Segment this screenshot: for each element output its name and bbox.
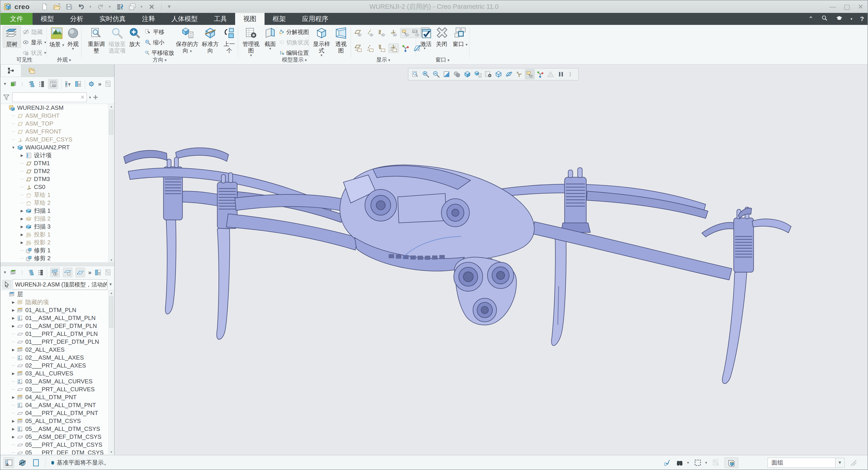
tree-row[interactable]: 修剪 1 bbox=[0, 246, 114, 254]
layer-model-selector[interactable]: WURENJI-2.ASM (顶层模型，活动的) bbox=[13, 280, 107, 289]
tree-row[interactable]: DTM3 bbox=[0, 175, 114, 183]
manage-views-button[interactable]: 管理视图▾ bbox=[240, 26, 262, 57]
tree-caret[interactable] bbox=[10, 419, 16, 423]
hide-button[interactable]: 隐藏 bbox=[23, 27, 46, 37]
tree-caret[interactable] bbox=[10, 427, 16, 431]
active-model-icon[interactable] bbox=[10, 80, 17, 88]
close-window-ribbon-button[interactable]: 关闭 bbox=[435, 26, 448, 47]
tree-caret[interactable] bbox=[19, 217, 25, 221]
learning-dropdown[interactable]: ▾ bbox=[850, 17, 852, 21]
expand-all-icon[interactable] bbox=[28, 269, 34, 276]
tree-columns-toggle[interactable] bbox=[48, 79, 58, 89]
tree-caret[interactable] bbox=[19, 225, 25, 229]
tree-caret[interactable] bbox=[19, 163, 25, 164]
tree-caret[interactable] bbox=[19, 153, 25, 157]
layer-row[interactable]: 01__ASM_DEF_DTM_PLN bbox=[0, 322, 114, 330]
tree-row[interactable]: CS0 bbox=[0, 183, 114, 191]
tree-caret[interactable] bbox=[10, 316, 16, 320]
group-label-model-display[interactable]: 模型显示 bbox=[282, 56, 307, 63]
ribbon-tab[interactable]: 文件 bbox=[0, 13, 33, 25]
layer-row[interactable]: 05__ASM_DEF_DTM_CSYS bbox=[0, 433, 114, 441]
tree-column-settings-icon[interactable] bbox=[74, 80, 82, 88]
standard-orientation-button[interactable]: 标准方向 bbox=[200, 26, 221, 54]
scrollbar-thumb[interactable] bbox=[109, 110, 113, 135]
scroll-up-arrow[interactable]: ▲ bbox=[108, 104, 114, 109]
layer-row[interactable]: 01___PRT_ALL_DTM_PLN bbox=[0, 330, 114, 338]
tree-filter-icon[interactable] bbox=[64, 80, 71, 88]
maximize-button[interactable]: ▢ bbox=[844, 3, 850, 11]
layer-row[interactable]: 02___PRT_ALL_AXES bbox=[0, 362, 114, 370]
previous-view-button[interactable]: 上一个 bbox=[222, 26, 237, 54]
panel-splitter[interactable] bbox=[0, 263, 114, 266]
tree-caret[interactable] bbox=[10, 334, 16, 334]
folder-browser-tab[interactable] bbox=[21, 64, 42, 77]
group-label-window[interactable]: 窗口 bbox=[435, 56, 450, 63]
tree-caret[interactable] bbox=[10, 139, 16, 140]
minimize-ribbon-icon[interactable]: ⌃ bbox=[808, 15, 813, 23]
find-dropdown[interactable]: ▾ bbox=[687, 461, 689, 465]
tree-row[interactable]: 投影 1 bbox=[0, 231, 114, 238]
tree-row[interactable]: ASM_TOP bbox=[0, 120, 114, 128]
tree-row[interactable]: 草绘 2 bbox=[0, 199, 114, 207]
tree-caret[interactable] bbox=[10, 435, 16, 439]
ribbon-tab[interactable]: 框架 bbox=[265, 13, 294, 25]
group-label-appearance[interactable]: 外观 bbox=[57, 56, 71, 63]
tree-caret[interactable] bbox=[10, 131, 16, 132]
search-options-dropdown[interactable]: ▾ bbox=[89, 95, 91, 99]
csys-tag-display-toggle[interactable] bbox=[389, 43, 399, 53]
layer-row[interactable]: 03_ALL_CURVES bbox=[0, 370, 114, 377]
exploded-view-button[interactable]: 分解视图 bbox=[279, 27, 309, 37]
tree-caret[interactable] bbox=[10, 116, 16, 116]
collapse-all-icon[interactable] bbox=[37, 269, 44, 276]
activate-button[interactable]: 激活 bbox=[419, 26, 433, 47]
zoom-out-button[interactable]: 缩小 bbox=[145, 37, 174, 47]
redo-button[interactable] bbox=[97, 3, 105, 11]
tree-row[interactable]: DTM1 bbox=[0, 159, 114, 167]
tree-search-input[interactable]: ✕ bbox=[12, 93, 87, 102]
layer-menu-dropdown[interactable]: ▼ bbox=[3, 270, 7, 274]
layer-options-icon[interactable] bbox=[105, 269, 112, 276]
new-file-button[interactable] bbox=[40, 3, 49, 11]
layer-row[interactable]: 05___PRT_ALL_DTM_CSYS bbox=[0, 441, 114, 449]
selector-dropdown[interactable]: ▼ bbox=[109, 283, 112, 287]
tree-options-icon[interactable] bbox=[105, 80, 112, 88]
model-tree-tab[interactable] bbox=[0, 64, 21, 77]
layer-row[interactable]: 01___PRT_DEF_DTM_PLN bbox=[0, 338, 114, 346]
layer-row[interactable]: 03___PRT_ALL_CURVES bbox=[0, 385, 114, 393]
graphics-area[interactable] bbox=[115, 64, 868, 455]
tree-row[interactable]: DTM2 bbox=[0, 167, 114, 175]
windows-dropdown[interactable]: ▾ bbox=[141, 3, 144, 11]
tree-row[interactable]: 投影 2 bbox=[0, 238, 114, 246]
tree-row[interactable]: WAIGUAN2.PRT bbox=[0, 144, 114, 151]
layer-list-icon[interactable] bbox=[94, 269, 101, 276]
ribbon-tab[interactable]: 人体模型 bbox=[163, 13, 206, 25]
zoom-to-selected-button[interactable]: 缩放至选定项 bbox=[107, 26, 127, 54]
sections-button[interactable]: 截面▾ bbox=[263, 26, 277, 51]
tree-caret[interactable] bbox=[10, 395, 16, 400]
layer-row[interactable]: 04_ALL_DTM_PNT bbox=[0, 393, 114, 401]
layer-items-toggle[interactable] bbox=[63, 268, 72, 277]
tree-row[interactable]: 扫描 1 bbox=[0, 207, 114, 215]
tree-row[interactable]: ASM_DEF_CSYS bbox=[0, 136, 114, 144]
tree-caret[interactable] bbox=[10, 342, 16, 342]
tree-caret[interactable] bbox=[10, 413, 16, 413]
ribbon-tab[interactable]: 实时仿真 bbox=[91, 13, 134, 25]
close-window-button[interactable] bbox=[148, 3, 156, 11]
open-file-button[interactable] bbox=[53, 3, 61, 11]
tree-caret[interactable] bbox=[10, 381, 16, 382]
tree-row[interactable]: 扫描 3 bbox=[0, 223, 114, 231]
windows-button[interactable] bbox=[128, 3, 136, 11]
layer-row[interactable]: 02_ALL_AXES bbox=[0, 346, 114, 354]
tree-caret[interactable] bbox=[19, 203, 25, 203]
ribbon-tab[interactable]: 分析 bbox=[62, 13, 91, 25]
layer-row[interactable]: 04___PRT_ALL_DTM_PNT bbox=[0, 409, 114, 417]
point-tag-display-toggle[interactable] bbox=[377, 43, 387, 53]
group-label-orientation[interactable]: 方向 bbox=[153, 56, 167, 63]
tree-caret[interactable] bbox=[19, 209, 25, 213]
model-tree-scrollbar[interactable]: ▲ ▼ bbox=[108, 104, 114, 263]
axis-display-toggle[interactable] bbox=[365, 28, 375, 38]
tree-caret[interactable] bbox=[10, 389, 16, 389]
layer-row[interactable]: 02__ASM_ALL_AXES bbox=[0, 354, 114, 362]
layers-icon[interactable] bbox=[10, 269, 17, 276]
layer-tree-scrollbar[interactable]: ▲ ▼ bbox=[108, 290, 114, 454]
